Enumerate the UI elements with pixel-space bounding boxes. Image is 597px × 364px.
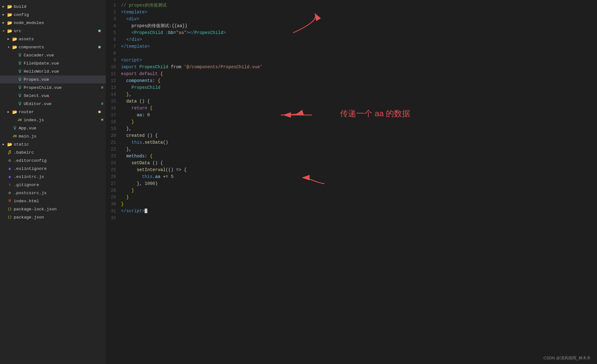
line-number: 1: [109, 2, 116, 9]
code-line: }: [121, 194, 591, 201]
file-label: index.js: [24, 118, 99, 122]
code-token: </: [189, 30, 194, 35]
vue-file-icon: V̈: [17, 69, 22, 74]
code-token: ): [155, 181, 158, 186]
sidebar-item--gitignore[interactable]: ⌥.gitignore: [0, 181, 106, 189]
sidebar-item--eslintrc-js[interactable]: ◉.eslintrc.js: [0, 173, 106, 181]
file-label: .gitignore: [14, 183, 103, 187]
sidebar-item-HelloWorld-vue[interactable]: V̈HelloWorld.vue: [0, 67, 106, 75]
code-scroll-area[interactable]: 1234567891011121314151617181920212223242…: [106, 0, 597, 364]
sidebar-item-src[interactable]: 📂src: [0, 27, 106, 35]
file-label: Select.vue: [24, 93, 103, 98]
chevron-right-icon: [2, 21, 7, 25]
file-label: src: [14, 29, 98, 33]
sidebar-item-App-vue[interactable]: V̈App.vue: [0, 124, 106, 132]
code-line: <script>: [121, 57, 591, 64]
code-token: export: [121, 71, 139, 76]
line-number: 29: [109, 194, 116, 201]
sidebar-item-FileUpdate-vue[interactable]: V̈FileUpdate.vue: [0, 59, 106, 67]
sidebar-item-Cascader-vue[interactable]: V̈Cascader.vue: [0, 51, 106, 59]
line-number: 5: [109, 29, 116, 36]
sidebar-item-static[interactable]: 📂static: [0, 140, 106, 148]
code-token: >: [145, 10, 147, 15]
code-token: () {: [137, 99, 150, 104]
folder-file-icon: 📂: [7, 20, 12, 26]
code-token: {: [150, 154, 152, 159]
code-token: </: [121, 208, 126, 213]
code-token: default: [139, 71, 160, 76]
file-label: package.json: [14, 215, 103, 220]
code-token: template: [124, 10, 144, 15]
sidebar-item-assets[interactable]: 📂assets: [0, 35, 106, 43]
line-numbers: 1234567891011121314151617181920212223242…: [106, 2, 121, 358]
line-number: 10: [109, 64, 116, 70]
file-label: Cascader.vue: [24, 53, 103, 58]
line-number: 21: [109, 139, 116, 146]
line-number: 12: [109, 77, 116, 84]
sidebar-item-Select-vue[interactable]: V̈Select.vue: [0, 92, 106, 100]
sidebar-item-index-html[interactable]: Hindex.html: [0, 197, 106, 205]
gear-file-icon: ⚙: [7, 190, 12, 195]
code-line: [121, 214, 591, 221]
sidebar-item-config[interactable]: 📂config: [0, 11, 106, 19]
code-token: PropesChild: [194, 30, 223, 35]
chevron-right-icon: [7, 110, 12, 114]
file-badge: M: [101, 118, 103, 122]
code-line: },: [121, 146, 591, 153]
file-label: static: [14, 142, 103, 147]
sidebar-item--postcssrc-js[interactable]: ⚙.postcssrc.js: [0, 189, 106, 197]
sidebar-item--babelrc[interactable]: β.babelrc: [0, 148, 106, 156]
code-token: <: [132, 30, 134, 35]
sidebar-item-node_modules[interactable]: 📂node_modules: [0, 19, 106, 27]
code-token: >: [223, 30, 226, 35]
file-label: App.vue: [19, 126, 103, 131]
vue-file-icon: V̈: [17, 53, 22, 58]
line-number: 32: [109, 214, 116, 221]
code-token: created: [126, 133, 145, 138]
code-line: <PropesChild :bb="aa"></PropesChild>: [121, 29, 591, 36]
line-number: 13: [109, 84, 116, 91]
file-label: .editorconfig: [14, 158, 103, 163]
line-number: 11: [109, 70, 116, 77]
code-token: aa:: [121, 113, 147, 117]
sidebar-item-PropesChild-vue[interactable]: V̈PropesChild.vueU: [0, 84, 106, 92]
html-file-icon: H: [7, 199, 12, 203]
code-token: +=: [160, 174, 171, 179]
code-line: </script>█: [121, 208, 591, 214]
line-number: 2: [109, 9, 116, 16]
sidebar-item-components[interactable]: 📂components: [0, 43, 106, 51]
json-file-icon: {}: [7, 215, 12, 219]
line-number: 19: [109, 125, 116, 132]
code-token: [121, 37, 126, 42]
git-file-icon: ⌥: [7, 183, 12, 187]
code-line: this.aa += 5: [121, 173, 591, 180]
modified-dot-amber: [98, 111, 101, 113]
sidebar-item-index-js[interactable]: JSindex.jsM: [0, 116, 106, 124]
sidebar-item-package-lock-json[interactable]: {}package-lock.json: [0, 205, 106, 213]
code-token: script: [124, 58, 139, 63]
code-line: }: [121, 201, 591, 208]
line-number: 22: [109, 146, 116, 153]
line-number: 24: [109, 160, 116, 166]
sidebar-item-package-json[interactable]: {}package.json: [0, 213, 106, 221]
code-token: {{aa}}: [172, 23, 187, 28]
file-label: node_modules: [14, 21, 103, 25]
code-token: }: [132, 119, 134, 124]
code-line: </div>: [121, 36, 591, 43]
code-token: [121, 30, 132, 35]
code-token: [121, 99, 126, 104]
file-label: .eslintignore: [14, 166, 103, 171]
sidebar-item-Propes-vue[interactable]: V̈Propes.vue: [0, 75, 106, 84]
code-token: setData: [132, 160, 150, 165]
folder-file-icon: 📂: [12, 36, 17, 42]
sidebar-item-build[interactable]: 📂build: [0, 2, 106, 11]
sidebar-item-UEditor-vue[interactable]: V̈UEditor.vueU: [0, 100, 106, 108]
code-token: [121, 160, 132, 165]
sidebar-item--editorconfig[interactable]: ⚙.editorconfig: [0, 156, 106, 165]
code-token: [121, 188, 132, 193]
sidebar-item-router[interactable]: 📂router: [0, 108, 106, 116]
sidebar-item--eslintignore[interactable]: ◉.eslintignore: [0, 165, 106, 173]
sidebar-item-main-js[interactable]: JSmain.js: [0, 132, 106, 140]
code-token: 1000: [145, 181, 155, 186]
code-content[interactable]: // propes的传值测试<template> <div> propes的传值…: [121, 2, 597, 358]
